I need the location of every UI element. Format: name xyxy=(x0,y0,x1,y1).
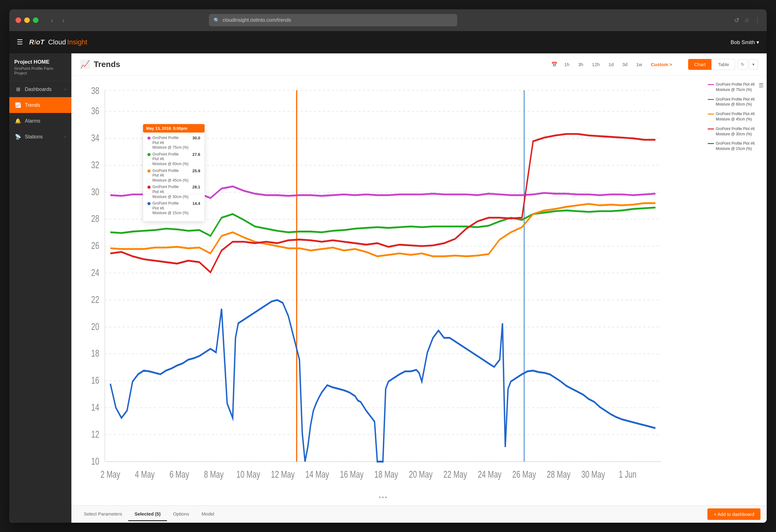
forward-button[interactable]: › xyxy=(59,15,68,25)
tooltip-value-3: 28.1 xyxy=(192,185,200,189)
tooltip-header: May 13, 2018. 5:00pm xyxy=(143,124,205,133)
tab-select-parameters[interactable]: Select Parameters xyxy=(77,508,128,521)
bookmark-button[interactable]: ☆ xyxy=(744,16,750,24)
svg-text:36: 36 xyxy=(91,106,99,117)
back-button[interactable]: ‹ xyxy=(48,15,56,25)
svg-text:14 May: 14 May xyxy=(306,469,329,480)
legend-item-0: GroPoint Profile Plot #6 Moisture @ 75cm… xyxy=(708,82,764,93)
legend-item-2: GroPoint Profile Plot #6 Moisture @ 45cm… xyxy=(708,112,764,122)
tooltip-dot-2 xyxy=(148,169,151,173)
legend-text-2: GroPoint Profile Plot #6 Moisture @ 45cm… xyxy=(716,112,764,122)
sidebar-item-trends[interactable]: 📈 Trends xyxy=(9,97,71,113)
svg-text:8 May: 8 May xyxy=(204,469,224,480)
chart-legend: ☰ GroPoint Profile Plot #6 Moisture @ 75… xyxy=(708,82,764,156)
time-3d[interactable]: 3d xyxy=(619,60,631,69)
tab-options[interactable]: Options xyxy=(167,508,196,521)
svg-text:30 May: 30 May xyxy=(581,469,605,480)
svg-text:34: 34 xyxy=(91,133,99,143)
reload-button[interactable]: ↺ xyxy=(734,16,739,24)
stations-label: Stations xyxy=(25,134,61,140)
brand-insight: Insight xyxy=(67,38,87,46)
address-bar[interactable]: 🔍 cloudinsight.riotinto.com/trends xyxy=(209,14,457,26)
chart-header: 📈 Trends 📅 1h 3h 12h 1d 3d 1w Custom > xyxy=(71,53,767,76)
legend-text-1: GroPoint Profile Plot #6 Moisture @ 60cm… xyxy=(716,97,764,108)
view-table-button[interactable]: Table xyxy=(712,59,735,70)
chart-title-text: Trends xyxy=(94,59,120,69)
project-name: Project HOME xyxy=(14,59,66,65)
view-chart-button[interactable]: Chart xyxy=(688,59,712,70)
tab-model[interactable]: Model xyxy=(195,508,220,521)
chart-container: 10 12 14 16 18 20 22 24 26 28 30 32 xyxy=(71,76,767,505)
time-1h[interactable]: 1h xyxy=(561,60,573,69)
calendar-icon: 📅 xyxy=(551,61,558,67)
tab-selected[interactable]: Selected (5) xyxy=(128,508,167,521)
hamburger-button[interactable]: ☰ xyxy=(17,38,23,46)
trends-label: Trends xyxy=(25,103,66,108)
address-text: cloudinsight.riotinto.com/trends xyxy=(223,17,291,23)
svg-text:24 May: 24 May xyxy=(478,469,502,480)
svg-text:22 May: 22 May xyxy=(443,469,467,480)
time-1w[interactable]: 1w xyxy=(633,60,646,69)
tooltip-value-4: 14.4 xyxy=(192,201,200,206)
sidebar-item-stations[interactable]: 📡 Stations › xyxy=(9,129,71,145)
time-range-controls: 📅 1h 3h 12h 1d 3d 1w Custom > xyxy=(551,60,676,69)
dashboards-label: Dashboards xyxy=(25,86,61,92)
sidebar: Project HOME GroPoint Profile Farm Proje… xyxy=(9,53,71,523)
refresh-button[interactable]: ↻ xyxy=(738,59,748,69)
legend-text-4: GroPoint Profile Plot #6 Moisture @ 15cm… xyxy=(716,141,764,152)
more-button[interactable]: ▾ xyxy=(749,59,758,69)
sidebar-item-dashboards[interactable]: ⊞ Dashboards › xyxy=(9,81,71,97)
svg-text:18 May: 18 May xyxy=(374,469,398,480)
bottom-tabs: Select Parameters Selected (5) Options M… xyxy=(71,505,767,523)
svg-text:26: 26 xyxy=(91,240,99,251)
tooltip-value-2: 25.9 xyxy=(192,169,200,173)
sidebar-project: Project HOME GroPoint Profile Farm Proje… xyxy=(9,53,71,81)
svg-text:24: 24 xyxy=(91,267,99,278)
tooltip-dot-0 xyxy=(148,137,151,140)
time-3h[interactable]: 3h xyxy=(574,60,587,69)
sidebar-item-alarms[interactable]: 🔔 Alarms xyxy=(9,113,71,129)
stations-arrow: › xyxy=(64,135,66,139)
view-controls: Chart Table ↻ ▾ xyxy=(688,59,758,70)
tooltip-row-0: GroPoint ProfilePlot #6Moisture @ 75cm (… xyxy=(148,136,200,150)
legend-item-4: GroPoint Profile Plot #6 Moisture @ 15cm… xyxy=(708,141,764,152)
tooltip-value-1: 27.6 xyxy=(192,152,200,157)
browser-actions: ↺ ☆ ⋮ xyxy=(734,16,761,24)
time-1d[interactable]: 1d xyxy=(605,60,617,69)
chart-title: 📈 Trends xyxy=(80,59,120,69)
time-custom[interactable]: Custom > xyxy=(647,60,676,69)
legend-text-3: GroPoint Profile Plot #6 Moisture @ 30cm… xyxy=(716,126,764,137)
close-dot[interactable] xyxy=(15,17,21,23)
svg-text:4 May: 4 May xyxy=(135,469,155,480)
trends-title-icon: 📈 xyxy=(80,59,90,69)
browser-dots xyxy=(15,17,38,23)
svg-text:32: 32 xyxy=(91,160,99,170)
svg-text:22: 22 xyxy=(91,294,99,305)
app-window: ☰ RIoT CloudInsight Bob Smith ▾ Project … xyxy=(9,31,767,523)
minimize-dot[interactable] xyxy=(24,17,30,23)
svg-text:20 May: 20 May xyxy=(409,469,433,480)
legend-item-3: GroPoint Profile Plot #6 Moisture @ 30cm… xyxy=(708,126,764,137)
main-layout: Project HOME GroPoint Profile Farm Proje… xyxy=(9,53,767,523)
svg-text:20: 20 xyxy=(91,321,99,332)
svg-text:2 May: 2 May xyxy=(101,469,121,480)
svg-text:38: 38 xyxy=(91,85,99,96)
user-menu[interactable]: Bob Smith ▾ xyxy=(731,39,759,46)
tooltip-value-0: 30.0 xyxy=(192,136,200,140)
svg-text:6 May: 6 May xyxy=(170,469,189,480)
dashboards-icon: ⊞ xyxy=(15,86,21,92)
svg-text:10 May: 10 May xyxy=(236,469,260,480)
menu-button[interactable]: ⋮ xyxy=(754,16,761,24)
legend-text-0: GroPoint Profile Plot #6 Moisture @ 75cm… xyxy=(716,82,764,93)
legend-line-2 xyxy=(708,114,714,115)
tooltip-dot-3 xyxy=(148,186,151,189)
dashboards-arrow: › xyxy=(64,87,66,92)
maximize-dot[interactable] xyxy=(33,17,38,23)
time-12h[interactable]: 12h xyxy=(588,60,603,69)
svg-text:28 May: 28 May xyxy=(547,469,571,480)
legend-line-0 xyxy=(708,84,714,85)
tooltip-row-1: GroPoint ProfilePlot #6Moisture @ 60cm (… xyxy=(148,152,200,167)
add-dashboard-button[interactable]: + Add to dashboard xyxy=(708,508,761,520)
svg-text:10: 10 xyxy=(91,456,99,467)
legend-menu-button[interactable]: ☰ xyxy=(759,82,764,89)
